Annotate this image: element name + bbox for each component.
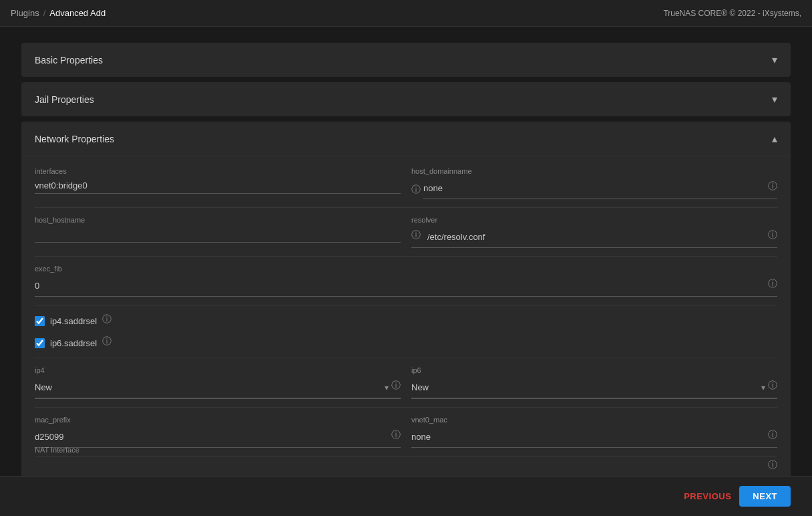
main-content: Basic Properties ▾ Jail Properties ▾ Net… [0,27,812,516]
next-button[interactable]: NEXT [739,486,791,507]
ip6-select[interactable]: New None [411,382,761,392]
ip4-saddrsel-help-icon[interactable]: ⓘ [102,313,112,326]
resolver-help-icon[interactable]: ⓘ [411,229,421,241]
mac-prefix-label: mac_prefix [35,416,401,424]
ip6-saddrsel-label[interactable]: ip6.saddrsel [50,338,97,348]
nat-interface-field-input[interactable] [35,462,768,472]
interfaces-label: interfaces [35,167,401,175]
vnet0-mac-value: ⓘ [411,426,777,448]
domainname-value: ⓘ [423,178,777,199]
mac-row: mac_prefix ⓘ vnet0_mac ⓘ [35,416,777,448]
ip6-arrow-icon: ▾ [761,383,765,392]
nat-interface-field: ⓘ [35,457,777,478]
interfaces-domainname-row: interfaces host_domainname ⓘ ⓘ [35,167,777,199]
ip4-saddrsel-label[interactable]: ip4.saddrsel [50,316,97,326]
jail-properties-title: Jail Properties [35,94,94,105]
mac-prefix-input[interactable] [35,432,385,442]
basic-properties-title: Basic Properties [35,55,103,66]
ip4-select[interactable]: New None [35,382,385,392]
domainname-label: host_domainname [411,167,777,175]
vnet0-mac-label: vnet0_mac [411,416,777,424]
topbar: Plugins / Advanced Add TrueNAS CORE® © 2… [0,0,812,27]
hostname-label: host_hostname [35,216,401,224]
exec-fib-label: exec_fib [35,265,777,273]
resolver-help-icon2[interactable]: ⓘ [768,229,777,241]
exec-fib-help-icon[interactable]: ⓘ [768,278,777,290]
domainname-help-icon2[interactable]: ⓘ [768,180,777,192]
breadcrumb-home[interactable]: Plugins [11,8,39,18]
hostname-resolver-row: host_hostname resolver ⓘ ⓘ [35,216,777,248]
ip4-label: ip4 [35,366,401,374]
network-properties-header[interactable]: Network Properties ▴ [21,122,791,156]
breadcrumb: Plugins / Advanced Add [11,8,106,18]
domainname-input[interactable] [423,183,764,193]
ip4-value: New None ▾ ⓘ [35,377,401,398]
jail-properties-section: Jail Properties ▾ [21,82,791,116]
jail-properties-header[interactable]: Jail Properties ▾ [21,82,791,116]
interfaces-col: interfaces [35,167,401,199]
hostname-value [35,227,401,243]
network-properties-section: Network Properties ▴ interfaces host_dom… [21,122,791,516]
basic-properties-section: Basic Properties ▾ [21,43,791,77]
ip4-saddrsel-checkbox[interactable] [35,316,45,326]
exec-fib-input[interactable] [35,281,764,291]
ip4-col: ip4 New None ▾ ⓘ [35,366,401,399]
brand-text: TrueNAS CORE® © 2022 - iXsystems, [663,9,801,18]
ip4-select-wrapper: New None ▾ [35,380,389,395]
exec-fib-row: exec_fib ⓘ [35,265,777,297]
ip4-saddrsel-row: ip4.saddrsel ⓘ [35,313,777,329]
breadcrumb-current: Advanced Add [49,8,106,18]
basic-properties-header[interactable]: Basic Properties ▾ [21,43,791,77]
vnet0-mac-help-icon[interactable]: ⓘ [768,429,777,441]
domainname-col: host_domainname ⓘ ⓘ [411,167,777,199]
previous-button[interactable]: PREVIOUS [684,491,731,501]
ip6-col: ip6 New None ▾ ⓘ [411,366,777,399]
hostname-col: host_hostname [35,216,401,248]
ip6-saddrsel-checkbox[interactable] [35,338,45,348]
basic-properties-chevron: ▾ [772,53,777,66]
domainname-inner: ⓘ [423,178,777,199]
hostname-input[interactable] [35,229,401,239]
exec-fib-value: ⓘ [35,275,777,297]
nat-interface-field-help[interactable]: ⓘ [768,459,777,471]
ip6-label: ip6 [411,366,777,374]
resolver-input[interactable] [427,232,764,242]
domainname-with-help: ⓘ ⓘ [411,178,777,199]
breadcrumb-separator: / [43,8,46,18]
vnet0-mac-col: vnet0_mac ⓘ [411,416,777,448]
ip6-select-wrapper: New None ▾ [411,380,765,395]
nat-interface-label-wrap: NAT Interface ⓘ [35,446,777,478]
jail-properties-chevron: ▾ [772,93,777,106]
mac-prefix-value: ⓘ [35,426,401,448]
ip4-arrow-icon: ▾ [385,383,389,392]
ip4-help-icon[interactable]: ⓘ [391,380,401,392]
mac-prefix-help-icon[interactable]: ⓘ [391,429,401,441]
ip6-saddrsel-help-icon[interactable]: ⓘ [102,336,112,348]
interfaces-input[interactable] [35,180,401,190]
network-properties-title: Network Properties [35,134,114,144]
interfaces-value [35,178,401,194]
ip6-saddrsel-row: ip6.saddrsel ⓘ [35,336,777,351]
network-properties-chevron: ▴ [772,132,777,145]
network-properties-body: interfaces host_domainname ⓘ ⓘ [21,156,791,516]
resolver-value: ⓘ ⓘ [411,227,777,248]
vnet0-mac-input[interactable] [411,432,764,442]
ip6-help-icon[interactable]: ⓘ [768,380,777,392]
domainname-help-icon[interactable]: ⓘ [411,184,421,196]
exec-fib-col: exec_fib ⓘ [35,265,777,297]
resolver-label: resolver [411,216,777,224]
ip4-ip6-row: ip4 New None ▾ ⓘ ip6 [35,366,777,399]
ip6-value: New None ▾ ⓘ [411,377,777,398]
bottom-bar: PREVIOUS NEXT [0,476,812,516]
mac-prefix-col: mac_prefix ⓘ [35,416,401,448]
resolver-col: resolver ⓘ ⓘ [411,216,777,248]
